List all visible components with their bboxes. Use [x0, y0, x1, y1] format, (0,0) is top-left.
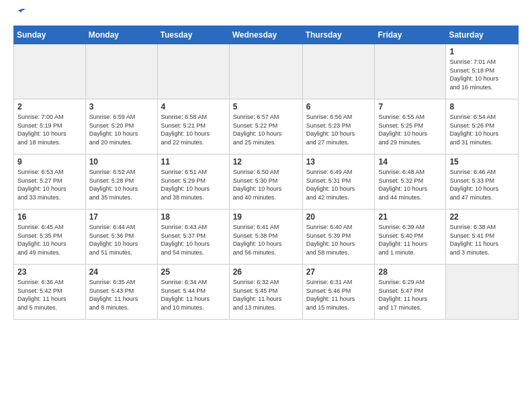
calendar-cell: 10Sunrise: 6:52 AM Sunset: 5:28 PM Dayli…: [85, 154, 157, 210]
day-number: 15: [449, 157, 515, 167]
day-info: Sunrise: 6:31 AM Sunset: 5:46 PM Dayligh…: [306, 278, 371, 312]
calendar-cell: 5Sunrise: 6:57 AM Sunset: 5:22 PM Daylig…: [229, 99, 302, 154]
day-info: Sunrise: 6:29 AM Sunset: 5:47 PM Dayligh…: [378, 278, 442, 312]
day-info: Sunrise: 6:59 AM Sunset: 5:20 PM Dayligh…: [89, 113, 154, 146]
day-info: Sunrise: 6:52 AM Sunset: 5:28 PM Dayligh…: [89, 168, 154, 201]
week-row-1: 1Sunrise: 7:01 AM Sunset: 5:18 PM Daylig…: [14, 44, 519, 99]
day-info: Sunrise: 6:58 AM Sunset: 5:21 PM Dayligh…: [161, 113, 226, 146]
day-info: Sunrise: 6:40 AM Sunset: 5:39 PM Dayligh…: [306, 223, 371, 257]
day-number: 24: [89, 267, 154, 277]
weekday-monday: Monday: [85, 26, 157, 44]
calendar-cell: 7Sunrise: 6:55 AM Sunset: 5:25 PM Daylig…: [375, 99, 446, 154]
weekday-saturday: Saturday: [446, 26, 519, 44]
day-info: Sunrise: 6:53 AM Sunset: 5:27 PM Dayligh…: [17, 168, 82, 201]
header: [13, 12, 519, 19]
weekday-thursday: Thursday: [302, 26, 375, 44]
calendar-cell: 25Sunrise: 6:34 AM Sunset: 5:44 PM Dayli…: [157, 265, 229, 320]
calendar-cell: 20Sunrise: 6:40 AM Sunset: 5:39 PM Dayli…: [302, 210, 375, 265]
day-number: 26: [233, 267, 299, 277]
day-info: Sunrise: 6:50 AM Sunset: 5:30 PM Dayligh…: [233, 168, 299, 201]
day-info: Sunrise: 6:45 AM Sunset: 5:35 PM Dayligh…: [17, 223, 82, 257]
day-info: Sunrise: 6:56 AM Sunset: 5:23 PM Dayligh…: [306, 113, 371, 146]
calendar-cell: 9Sunrise: 6:53 AM Sunset: 5:27 PM Daylig…: [14, 154, 86, 210]
day-number: 16: [17, 212, 82, 222]
day-info: Sunrise: 6:44 AM Sunset: 5:36 PM Dayligh…: [89, 223, 154, 257]
weekday-friday: Friday: [375, 26, 446, 44]
day-number: 23: [17, 267, 82, 277]
calendar-cell: 14Sunrise: 6:48 AM Sunset: 5:32 PM Dayli…: [375, 154, 446, 210]
day-info: Sunrise: 6:35 AM Sunset: 5:43 PM Dayligh…: [89, 278, 154, 312]
day-number: 8: [449, 102, 515, 111]
calendar-cell: 22Sunrise: 6:38 AM Sunset: 5:41 PM Dayli…: [446, 210, 519, 265]
calendar-cell: 1Sunrise: 7:01 AM Sunset: 5:18 PM Daylig…: [446, 44, 519, 99]
day-info: Sunrise: 6:54 AM Sunset: 5:26 PM Dayligh…: [449, 113, 515, 146]
day-info: Sunrise: 6:32 AM Sunset: 5:45 PM Dayligh…: [233, 278, 299, 312]
calendar-cell: 19Sunrise: 6:41 AM Sunset: 5:38 PM Dayli…: [229, 210, 302, 265]
calendar-cell: 24Sunrise: 6:35 AM Sunset: 5:43 PM Dayli…: [85, 265, 157, 320]
calendar-cell: 13Sunrise: 6:49 AM Sunset: 5:31 PM Dayli…: [302, 154, 375, 210]
day-number: 4: [161, 102, 226, 111]
weekday-header-row: SundayMondayTuesdayWednesdayThursdayFrid…: [14, 26, 519, 44]
calendar-cell: [446, 265, 519, 320]
day-info: Sunrise: 7:00 AM Sunset: 5:19 PM Dayligh…: [17, 113, 82, 146]
calendar-cell: 21Sunrise: 6:39 AM Sunset: 5:40 PM Dayli…: [375, 210, 446, 265]
page: SundayMondayTuesdayWednesdayThursdayFrid…: [0, 0, 532, 411]
calendar-cell: 26Sunrise: 6:32 AM Sunset: 5:45 PM Dayli…: [229, 265, 302, 320]
day-number: 11: [161, 157, 226, 167]
calendar-table: SundayMondayTuesdayWednesdayThursdayFrid…: [13, 26, 519, 320]
day-number: 12: [233, 157, 299, 167]
day-number: 22: [449, 212, 515, 222]
day-info: Sunrise: 6:38 AM Sunset: 5:41 PM Dayligh…: [449, 223, 515, 257]
calendar-cell: 11Sunrise: 6:51 AM Sunset: 5:29 PM Dayli…: [157, 154, 229, 210]
day-info: Sunrise: 6:49 AM Sunset: 5:31 PM Dayligh…: [306, 168, 371, 201]
day-number: 5: [233, 102, 299, 111]
day-info: Sunrise: 6:43 AM Sunset: 5:37 PM Dayligh…: [161, 223, 226, 257]
day-number: 19: [233, 212, 299, 222]
day-number: 13: [306, 157, 371, 167]
calendar-cell: [229, 44, 302, 99]
week-row-3: 9Sunrise: 6:53 AM Sunset: 5:27 PM Daylig…: [14, 154, 519, 210]
week-row-2: 2Sunrise: 7:00 AM Sunset: 5:19 PM Daylig…: [14, 99, 519, 154]
day-info: Sunrise: 6:57 AM Sunset: 5:22 PM Dayligh…: [233, 113, 299, 146]
calendar-cell: 27Sunrise: 6:31 AM Sunset: 5:46 PM Dayli…: [302, 265, 375, 320]
day-info: Sunrise: 6:48 AM Sunset: 5:32 PM Dayligh…: [378, 168, 442, 201]
day-info: Sunrise: 7:01 AM Sunset: 5:18 PM Dayligh…: [449, 58, 515, 91]
logo-bird-icon: [15, 7, 27, 19]
day-number: 14: [378, 157, 442, 167]
weekday-tuesday: Tuesday: [157, 26, 229, 44]
calendar-cell: 28Sunrise: 6:29 AM Sunset: 5:47 PM Dayli…: [375, 265, 446, 320]
day-number: 18: [161, 212, 226, 222]
day-number: 9: [17, 157, 82, 167]
day-info: Sunrise: 6:46 AM Sunset: 5:33 PM Dayligh…: [449, 168, 515, 201]
day-number: 21: [378, 212, 442, 222]
day-number: 6: [306, 102, 371, 111]
calendar-cell: 16Sunrise: 6:45 AM Sunset: 5:35 PM Dayli…: [14, 210, 86, 265]
calendar-cell: 12Sunrise: 6:50 AM Sunset: 5:30 PM Dayli…: [229, 154, 302, 210]
day-info: Sunrise: 6:39 AM Sunset: 5:40 PM Dayligh…: [378, 223, 442, 257]
day-number: 25: [161, 267, 226, 277]
calendar-cell: [85, 44, 157, 99]
calendar-cell: 8Sunrise: 6:54 AM Sunset: 5:26 PM Daylig…: [446, 99, 519, 154]
day-number: 7: [378, 102, 442, 111]
logo: [13, 12, 27, 19]
day-info: Sunrise: 6:34 AM Sunset: 5:44 PM Dayligh…: [161, 278, 226, 312]
day-number: 28: [378, 267, 442, 277]
day-number: 20: [306, 212, 371, 222]
day-info: Sunrise: 6:41 AM Sunset: 5:38 PM Dayligh…: [233, 223, 299, 257]
day-number: 1: [449, 47, 515, 56]
calendar-cell: 6Sunrise: 6:56 AM Sunset: 5:23 PM Daylig…: [302, 99, 375, 154]
calendar-cell: 4Sunrise: 6:58 AM Sunset: 5:21 PM Daylig…: [157, 99, 229, 154]
calendar-cell: [302, 44, 375, 99]
calendar-cell: 2Sunrise: 7:00 AM Sunset: 5:19 PM Daylig…: [14, 99, 86, 154]
day-number: 10: [89, 157, 154, 167]
week-row-5: 23Sunrise: 6:36 AM Sunset: 5:42 PM Dayli…: [14, 265, 519, 320]
calendar-cell: 15Sunrise: 6:46 AM Sunset: 5:33 PM Dayli…: [446, 154, 519, 210]
day-number: 2: [17, 102, 82, 111]
day-number: 3: [89, 102, 154, 111]
calendar-cell: 17Sunrise: 6:44 AM Sunset: 5:36 PM Dayli…: [85, 210, 157, 265]
calendar-cell: 3Sunrise: 6:59 AM Sunset: 5:20 PM Daylig…: [85, 99, 157, 154]
calendar-cell: 18Sunrise: 6:43 AM Sunset: 5:37 PM Dayli…: [157, 210, 229, 265]
day-info: Sunrise: 6:36 AM Sunset: 5:42 PM Dayligh…: [17, 278, 82, 312]
calendar-cell: [375, 44, 446, 99]
day-info: Sunrise: 6:51 AM Sunset: 5:29 PM Dayligh…: [161, 168, 226, 201]
